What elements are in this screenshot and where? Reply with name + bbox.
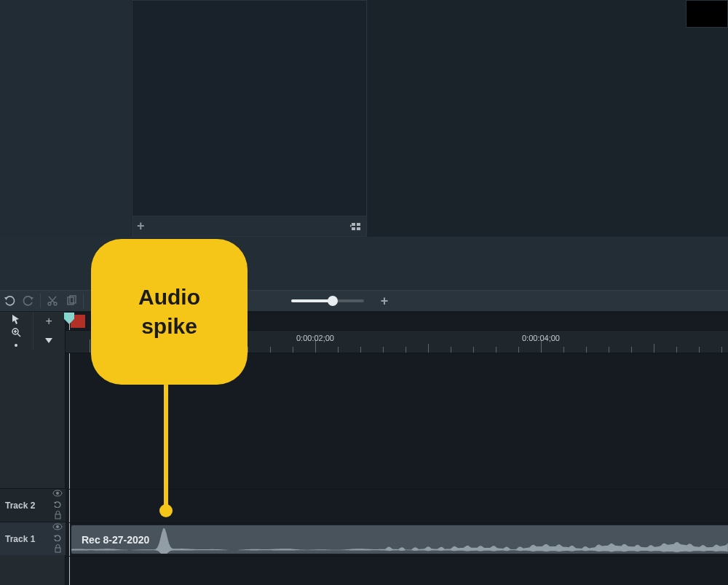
annotation-line2: spike — [141, 312, 197, 342]
svg-marker-5 — [4, 297, 8, 300]
undo-small-icon[interactable] — [53, 500, 62, 510]
svg-line-17 — [17, 334, 20, 337]
canvas-panel — [368, 0, 728, 237]
toolbar-separator — [83, 294, 84, 308]
zoom-slider-knob[interactable] — [328, 296, 338, 306]
cursor-tool-button[interactable] — [0, 312, 33, 325]
svg-marker-28 — [54, 535, 57, 538]
svg-rect-2 — [352, 227, 355, 230]
cut-button[interactable] — [43, 291, 62, 310]
track-tools-top: + — [0, 312, 65, 350]
svg-point-23 — [56, 492, 59, 495]
svg-point-20 — [15, 344, 17, 347]
media-panel — [0, 0, 131, 237]
svg-marker-6 — [30, 297, 33, 300]
annotation-dot — [159, 504, 173, 517]
preview-panel: + — [132, 0, 367, 237]
audio-clip[interactable]: Rec 8-27-2020 — [71, 525, 728, 554]
track-label: Track 2 — [0, 500, 50, 511]
eye-icon[interactable] — [52, 489, 63, 499]
track-header-1[interactable]: Track 1 — [0, 522, 66, 555]
annotation-line1: Audio — [138, 283, 200, 313]
annotation-stem — [164, 379, 168, 509]
toolbar-separator — [40, 294, 41, 308]
svg-rect-1 — [357, 223, 360, 226]
clip-label: Rec 8-27-2020 — [82, 534, 149, 546]
lock-icon[interactable] — [54, 511, 62, 522]
collapse-tracks-button[interactable] — [33, 331, 66, 350]
annotation-callout: Audio spike — [91, 239, 248, 385]
svg-rect-29 — [55, 548, 60, 552]
undo-small-icon[interactable] — [53, 533, 62, 543]
zoom-slider-fill — [291, 299, 332, 302]
zoom-slider[interactable] — [291, 299, 364, 302]
add-track-button[interactable]: + — [33, 312, 66, 331]
track-headers: Track 2 Track 1 — [0, 488, 66, 555]
track-label: Track 1 — [0, 534, 50, 544]
add-media-button[interactable]: + — [137, 219, 145, 234]
svg-marker-4 — [350, 224, 352, 227]
canvas-thumbnail — [686, 0, 728, 28]
undo-button[interactable] — [0, 291, 19, 310]
svg-rect-0 — [352, 223, 355, 226]
timeline-row-spacer — [66, 556, 728, 585]
svg-point-27 — [56, 525, 59, 528]
redo-button[interactable] — [19, 291, 38, 310]
audio-waveform — [71, 525, 728, 554]
svg-rect-25 — [55, 514, 60, 519]
track-header-icons — [50, 489, 66, 522]
preview-toolbar: + — [132, 216, 366, 236]
lock-icon[interactable] — [54, 544, 62, 555]
svg-marker-21 — [45, 338, 52, 343]
track-header-icons — [50, 522, 66, 555]
zoom-in-button[interactable]: + — [377, 294, 392, 309]
marker-dot — [0, 338, 33, 351]
copy-button[interactable] — [62, 291, 81, 310]
eye-icon[interactable] — [52, 522, 63, 533]
timeline-row-track1[interactable]: Rec 8-27-2020 — [66, 522, 728, 556]
svg-rect-3 — [357, 227, 360, 230]
track-header-2[interactable]: Track 2 — [0, 488, 66, 522]
zoom-tool-button[interactable] — [0, 325, 33, 338]
app-root: + — [0, 0, 728, 585]
grid-icon[interactable] — [350, 221, 362, 232]
svg-marker-24 — [54, 502, 57, 504]
